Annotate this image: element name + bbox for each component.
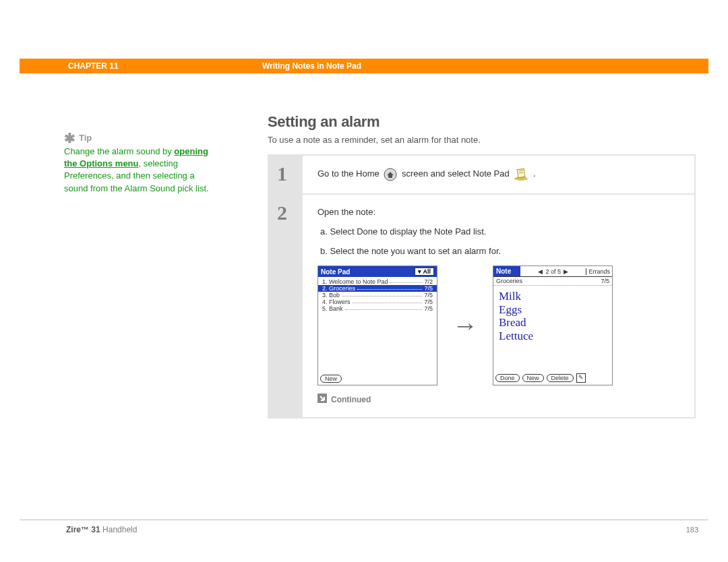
note-date: 7/5 bbox=[601, 278, 609, 284]
screen-buttons: Done New Delete ✎ bbox=[493, 371, 612, 385]
footer: Zire™ 31 Handheld 183 bbox=[66, 525, 698, 534]
main-content: Setting an alarm To use a note as a remi… bbox=[268, 113, 696, 418]
continued-row: Continued bbox=[317, 394, 682, 405]
tip-body: Change the alarm sound by opening the Op… bbox=[64, 146, 216, 195]
new-button[interactable]: New bbox=[522, 374, 544, 382]
step-number: 1 bbox=[269, 156, 303, 193]
note-canvas[interactable]: Milk Eggs Bread Lettuce bbox=[493, 286, 612, 371]
note-name: Groceries bbox=[496, 278, 522, 284]
notepad-icon bbox=[514, 168, 528, 181]
step2-b: b. Select the note you want to set an al… bbox=[317, 246, 682, 256]
note-detail-screen: Note ◀2 of 5▶ Errands Groceries 7/5 Milk… bbox=[493, 266, 613, 385]
handwriting-line: Eggs bbox=[499, 303, 607, 317]
step2-a: a. Select Done to display the Note Pad l… bbox=[317, 226, 682, 237]
step1-text-b: screen and select Note Pad bbox=[402, 168, 510, 179]
step-1: 1 Go to the Home screen and select Note … bbox=[269, 156, 694, 195]
continued-label: Continued bbox=[331, 395, 371, 404]
list-item[interactable]: 2. Groceries7/5 bbox=[318, 285, 437, 292]
screen-title-bar: Note ◀2 of 5▶ Errands bbox=[493, 266, 612, 277]
edit-icon[interactable]: ✎ bbox=[576, 373, 586, 383]
header-title: Writing Notes in Note Pad bbox=[262, 61, 361, 71]
handwriting-line: Bread bbox=[499, 316, 607, 330]
screen-title: Note Pad bbox=[321, 268, 350, 276]
step2-intro: Open the note: bbox=[317, 207, 682, 217]
step-1-body: Go to the Home screen and select Note Pa… bbox=[303, 156, 694, 193]
screen-title-bar: Note Pad ▾ All bbox=[318, 266, 437, 277]
notepad-list-screen: Note Pad ▾ All 1. Welcome to Note Pad7/2… bbox=[317, 266, 437, 385]
lead-text: To use a note as a reminder, set an alar… bbox=[268, 135, 696, 145]
list-item[interactable]: 3. Bob7/5 bbox=[318, 292, 437, 299]
handwriting-line: Lettuce bbox=[499, 330, 607, 343]
step1-text-c: . bbox=[533, 168, 536, 179]
arrow-right-icon: → bbox=[452, 311, 478, 340]
done-button[interactable]: Done bbox=[495, 374, 520, 382]
steps-box: 1 Go to the Home screen and select Note … bbox=[268, 154, 696, 418]
new-button[interactable]: New bbox=[320, 375, 342, 383]
chapter-label: CHAPTER 11 bbox=[20, 61, 262, 71]
product-name: Zire™ 31 Handheld bbox=[66, 525, 137, 534]
tip-sidebar: ✱ Tip Change the alarm sound by opening … bbox=[64, 133, 216, 195]
list-item[interactable]: 4. Flowers7/5 bbox=[318, 299, 437, 305]
tip-heading: ✱ Tip bbox=[64, 133, 216, 143]
footer-divider bbox=[20, 520, 708, 520]
list-item[interactable]: 1. Welcome to Note Pad7/2 bbox=[318, 278, 437, 285]
page-heading: Setting an alarm bbox=[268, 113, 696, 131]
step-number: 2 bbox=[269, 195, 303, 417]
category-dropdown[interactable]: Errands bbox=[586, 268, 612, 275]
tip-text-pre: Change the alarm sound by bbox=[64, 146, 174, 156]
screens-row: Note Pad ▾ All 1. Welcome to Note Pad7/2… bbox=[317, 266, 682, 385]
header-bar: CHAPTER 11 Writing Notes in Note Pad bbox=[20, 59, 708, 73]
tip-label: Tip bbox=[79, 133, 92, 143]
filter-dropdown[interactable]: ▾ All bbox=[415, 268, 434, 276]
note-nav[interactable]: ◀2 of 5▶ bbox=[520, 268, 586, 275]
list-item[interactable]: 5. Bank7/5 bbox=[318, 305, 437, 312]
step-2-body: Open the note: a. Select Done to display… bbox=[303, 195, 694, 417]
screen-title: Note bbox=[493, 266, 520, 276]
continued-arrow-icon bbox=[317, 394, 327, 405]
page-number: 183 bbox=[686, 526, 698, 534]
delete-button[interactable]: Delete bbox=[547, 374, 574, 382]
note-meta: Groceries 7/5 bbox=[493, 277, 612, 286]
home-icon bbox=[384, 168, 397, 181]
asterisk-icon: ✱ bbox=[64, 133, 75, 143]
step1-text-a: Go to the Home bbox=[317, 168, 380, 179]
step-2: 2 Open the note: a. Select Done to displ… bbox=[269, 195, 694, 417]
handwriting-line: Milk bbox=[499, 290, 607, 303]
note-list: 1. Welcome to Note Pad7/2 2. Groceries7/… bbox=[318, 277, 437, 373]
screen-buttons: New bbox=[318, 373, 437, 385]
